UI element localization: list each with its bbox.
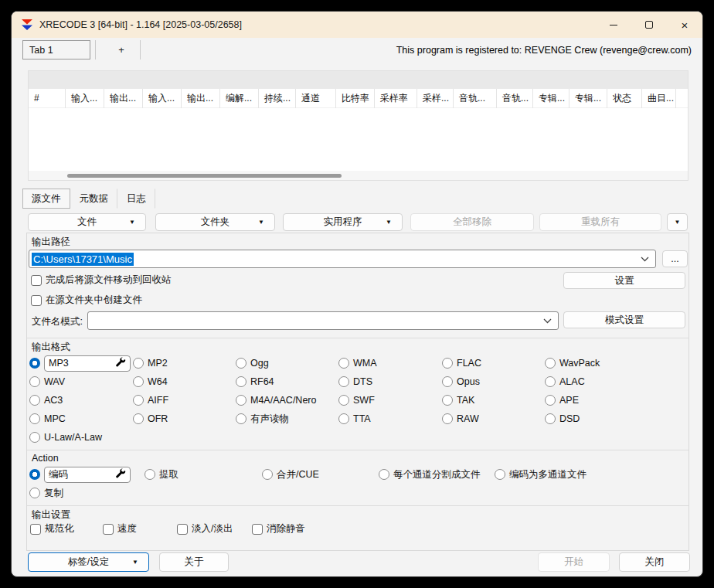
radio-icon [133, 413, 144, 424]
add-tab-button[interactable]: + [104, 40, 138, 59]
output-path-combobox[interactable]: C:\Users\17371\Music [29, 250, 656, 268]
output-path-group-label: 输出路径 [32, 236, 70, 249]
maximize-button[interactable] [631, 12, 667, 38]
file-dropdown-button[interactable]: 文件 ▼ [28, 213, 146, 231]
option-label: 消除静音 [267, 522, 305, 535]
wrench-icon[interactable] [116, 357, 126, 369]
format-radio-mpc[interactable]: MPC [29, 410, 131, 428]
maximize-icon [645, 21, 653, 29]
action-radio-opt-5[interactable]: 复制 [29, 484, 63, 502]
format-radio-wavpack[interactable]: WavPack [545, 354, 600, 372]
format-radio-ac3[interactable]: AC3 [29, 391, 131, 410]
option-label: MP2 [148, 358, 168, 369]
table-body-empty[interactable] [29, 108, 688, 171]
horizontal-scrollbar[interactable] [29, 171, 688, 180]
format-radio-tta[interactable]: TTA [338, 410, 377, 428]
format-radio-tak[interactable]: TAK [442, 391, 481, 410]
format-radio-raw[interactable]: RAW [442, 410, 481, 428]
format-radio-opus[interactable]: Opus [442, 372, 481, 391]
column-header-16[interactable]: 状态 [607, 89, 642, 108]
format-radio-wav[interactable]: WAV [29, 372, 131, 391]
format-radio-ofr[interactable]: OFR [133, 410, 168, 428]
column-header-6[interactable]: 编解... [220, 89, 259, 108]
filename-pattern-combobox[interactable] [87, 311, 559, 330]
wrench-icon[interactable] [116, 468, 126, 481]
option-label: APE [559, 395, 579, 406]
option-label: 编码为多通道文件 [509, 468, 586, 481]
format-radio-wma[interactable]: WMA [338, 354, 377, 372]
output-setting-checkbox-opt-1[interactable]: 速度 [103, 522, 137, 535]
format-radio-swf[interactable]: SWF [338, 391, 377, 410]
format-radio-aiff[interactable]: AIFF [133, 391, 168, 410]
table-header[interactable]: #输入...输出...输入...输出...编解...持续...通道比特率采样率采… [29, 89, 688, 108]
file-dropdown-label: 文件 [77, 216, 97, 229]
horizontal-scrollbar-thumb[interactable] [67, 174, 342, 178]
pattern-settings-button[interactable]: 模式设置 [563, 311, 685, 328]
format-radio-alac[interactable]: ALAC [545, 372, 600, 391]
column-header-10[interactable]: 采样率 [375, 89, 417, 108]
output-setting-checkbox-opt-2[interactable]: 淡入/淡出 [177, 522, 233, 535]
radio-icon [29, 432, 40, 443]
format-radio-mp2[interactable]: MP2 [133, 354, 168, 372]
view-tab-1[interactable]: 源文件 [22, 189, 70, 209]
radio-icon [29, 488, 40, 498]
column-header-13[interactable]: 音轨... [497, 89, 533, 108]
format-radio-dsd[interactable]: DSD [545, 410, 600, 428]
view-tab-2[interactable]: 元数据 [70, 189, 118, 209]
create-in-source-checkbox[interactable]: 在源文件夹中创建文件 [31, 294, 142, 307]
about-button[interactable]: 关于 [159, 552, 229, 572]
action-radio-opt-1[interactable]: 提取 [144, 465, 178, 484]
chevron-down-icon: ▼ [129, 219, 135, 226]
chevron-down-icon: ▼ [258, 219, 264, 226]
output-setting-checkbox-opt-0[interactable]: 规范化 [30, 522, 74, 535]
format-radio-w64[interactable]: W64 [133, 372, 168, 391]
column-header-8[interactable]: 通道 [296, 89, 336, 108]
column-header-2[interactable]: 输入... [66, 89, 104, 108]
minimize-button[interactable] [596, 12, 631, 38]
format-radio-u-law-a-law[interactable]: U-Law/A-Law [29, 428, 131, 447]
column-header-12[interactable]: 音轨... [454, 89, 497, 108]
selected-format-box[interactable]: MP3 [44, 355, 131, 372]
output-setting-checkbox-opt-3[interactable]: 消除静音 [252, 522, 305, 535]
column-header-15[interactable]: 专辑... [570, 89, 607, 108]
settings-button[interactable]: 设置 [563, 272, 685, 289]
selected-format-box[interactable]: 编码 [44, 467, 131, 483]
format-radio-mp3[interactable]: MP3 [29, 354, 131, 372]
radio-icon [236, 358, 246, 369]
move-to-recycle-checkbox[interactable]: 完成后将源文件移动到回收站 [31, 274, 172, 287]
close-icon: × [682, 19, 688, 31]
browse-button[interactable]: ... [662, 250, 688, 267]
utilities-dropdown-button[interactable]: 实用程序 ▼ [283, 213, 403, 231]
format-radio-m4a-aac-nero[interactable]: M4A/AAC/Nero [236, 391, 316, 410]
column-header-1[interactable]: # [29, 89, 66, 108]
action-radio-opt-4[interactable]: 编码为多通道文件 [495, 465, 586, 484]
column-header-17[interactable]: 曲目... [642, 89, 676, 108]
column-header-14[interactable]: 专辑... [533, 89, 570, 108]
close-button[interactable]: × [667, 12, 702, 38]
column-header-4[interactable]: 输入... [143, 89, 182, 108]
column-header-3[interactable]: 输出... [104, 89, 143, 108]
column-header-9[interactable]: 比特率 [336, 89, 375, 108]
column-header-7[interactable]: 持续... [259, 89, 296, 108]
format-radio-opt-3[interactable]: 有声读物 [236, 410, 316, 428]
folder-dropdown-button[interactable]: 文件夹 ▼ [155, 213, 275, 231]
registration-text: This program is registered to: REVENGE C… [396, 45, 692, 56]
tab-1[interactable]: Tab 1 [22, 40, 90, 59]
view-tab-3[interactable]: 日志 [117, 189, 155, 209]
format-radio-flac[interactable]: FLAC [442, 354, 481, 372]
format-radio-rf64[interactable]: RF64 [236, 372, 316, 391]
format-radio-ogg[interactable]: Ogg [236, 354, 316, 372]
tags-settings-dropdown-button[interactable]: 标签/设定 ▼ [28, 552, 149, 572]
format-radio-dts[interactable]: DTS [338, 372, 377, 391]
radio-icon [133, 358, 144, 369]
chevron-down-icon: ▼ [675, 219, 681, 226]
radio-icon [262, 469, 273, 480]
close-dialog-button[interactable]: 关闭 [619, 552, 690, 572]
action-radio-cue[interactable]: 合并/CUE [262, 465, 319, 484]
action-radio-opt-3[interactable]: 每个通道分割成文件 [379, 465, 481, 484]
more-dropdown-button[interactable]: ▼ [667, 213, 688, 231]
column-header-5[interactable]: 输出... [182, 89, 220, 108]
action-radio-opt-0[interactable]: 编码 [29, 465, 131, 484]
format-radio-ape[interactable]: APE [545, 391, 600, 410]
column-header-11[interactable]: 采样... [417, 89, 454, 108]
